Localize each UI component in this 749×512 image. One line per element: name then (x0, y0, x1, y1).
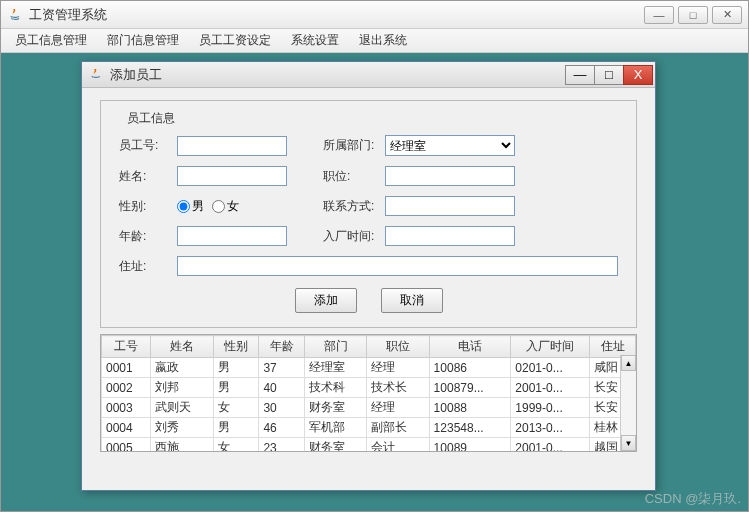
table-cell: 10088 (429, 398, 511, 418)
gender-male-option[interactable]: 男 (177, 198, 204, 215)
label-dept: 所属部门: (323, 137, 385, 154)
table-cell: 0005 (102, 438, 151, 453)
table-cell: 123548... (429, 418, 511, 438)
gender-male-radio[interactable] (177, 200, 190, 213)
table-cell: 西施 (151, 438, 213, 453)
table-row[interactable]: 0005西施女23财务室会计100892001-0...越国 (102, 438, 636, 453)
table-cell: 23 (259, 438, 305, 453)
emp-id-field[interactable] (177, 136, 287, 156)
scroll-up-icon[interactable]: ▲ (621, 355, 636, 371)
main-title: 工资管理系统 (29, 6, 644, 24)
table-cell: 技术科 (305, 378, 367, 398)
menu-exit[interactable]: 退出系统 (349, 29, 417, 52)
table-header[interactable]: 年龄 (259, 336, 305, 358)
table-cell: 40 (259, 378, 305, 398)
age-field[interactable] (177, 226, 287, 246)
table-cell: 经理 (367, 398, 429, 418)
minimize-button[interactable]: — (644, 6, 674, 24)
add-button[interactable]: 添加 (295, 288, 357, 313)
table-row[interactable]: 0002刘邦男40技术科技术长100879...2001-0...长安 (102, 378, 636, 398)
position-field[interactable] (385, 166, 515, 186)
java-icon (7, 7, 23, 23)
scroll-down-icon[interactable]: ▼ (621, 435, 636, 451)
table-cell: 10086 (429, 358, 511, 378)
vertical-scrollbar[interactable]: ▲ ▼ (620, 355, 636, 451)
table-cell: 嬴政 (151, 358, 213, 378)
table-header[interactable]: 姓名 (151, 336, 213, 358)
table-row[interactable]: 0004刘秀男46军机部副部长123548...2013-0...桂林 (102, 418, 636, 438)
table-cell: 2001-0... (511, 378, 590, 398)
table-cell: 刘邦 (151, 378, 213, 398)
table-cell: 男 (213, 418, 259, 438)
form-grid: 员工号: 所属部门: 经理室 姓名: 职位: 性别: (119, 135, 618, 246)
label-contact: 联系方式: (323, 198, 385, 215)
close-button[interactable]: ✕ (712, 6, 742, 24)
inner-title: 添加员工 (110, 66, 566, 84)
table-cell: 0002 (102, 378, 151, 398)
main-window: 工资管理系统 — □ ✕ 员工信息管理 部门信息管理 员工工资设定 系统设置 退… (0, 0, 749, 512)
address-field[interactable] (177, 256, 618, 276)
java-icon (88, 67, 104, 83)
table-row[interactable]: 0003武则天女30财务室经理100881999-0...长安 (102, 398, 636, 418)
table-cell: 刘秀 (151, 418, 213, 438)
table-cell: 0004 (102, 418, 151, 438)
table-cell: 经理室 (305, 358, 367, 378)
table-cell: 0003 (102, 398, 151, 418)
entry-date-field[interactable] (385, 226, 515, 246)
table-header[interactable]: 工号 (102, 336, 151, 358)
table-header[interactable]: 电话 (429, 336, 511, 358)
add-employee-window: 添加员工 — □ X 员工信息 员工号: 所属部门: 经理 (81, 61, 656, 491)
table-cell: 100879... (429, 378, 511, 398)
label-entry: 入厂时间: (323, 228, 385, 245)
table-header[interactable]: 性别 (213, 336, 259, 358)
menu-salary[interactable]: 员工工资设定 (189, 29, 281, 52)
mdi-desktop: 添加员工 — □ X 员工信息 员工号: 所属部门: 经理 (1, 53, 748, 511)
inner-window-controls: — □ X (566, 65, 653, 85)
menu-system[interactable]: 系统设置 (281, 29, 349, 52)
gender-radio-group: 男 女 (177, 198, 287, 215)
table-header[interactable]: 入厂时间 (511, 336, 590, 358)
menu-dept-info[interactable]: 部门信息管理 (97, 29, 189, 52)
table-cell: 技术长 (367, 378, 429, 398)
employee-table: 工号姓名性别年龄部门职位电话入厂时间住址 0001嬴政男37经理室经理10086… (101, 335, 636, 452)
label-name: 姓名: (119, 168, 177, 185)
inner-titlebar: 添加员工 — □ X (82, 62, 655, 88)
gender-female-option[interactable]: 女 (212, 198, 239, 215)
employee-table-wrap: 工号姓名性别年龄部门职位电话入厂时间住址 0001嬴政男37经理室经理10086… (100, 334, 637, 452)
table-cell: 财务室 (305, 438, 367, 453)
table-header[interactable]: 职位 (367, 336, 429, 358)
table-cell: 副部长 (367, 418, 429, 438)
scroll-track[interactable] (621, 371, 636, 435)
table-cell: 经理 (367, 358, 429, 378)
table-cell: 30 (259, 398, 305, 418)
main-menubar: 员工信息管理 部门信息管理 员工工资设定 系统设置 退出系统 (1, 29, 748, 53)
table-cell: 2013-0... (511, 418, 590, 438)
table-cell: 2001-0... (511, 438, 590, 453)
inner-minimize-button[interactable]: — (565, 65, 595, 85)
table-header[interactable]: 部门 (305, 336, 367, 358)
label-position: 职位: (323, 168, 385, 185)
label-age: 年龄: (119, 228, 177, 245)
contact-field[interactable] (385, 196, 515, 216)
cancel-button[interactable]: 取消 (381, 288, 443, 313)
main-window-controls: — □ ✕ (644, 6, 742, 24)
table-cell: 10089 (429, 438, 511, 453)
button-row: 添加 取消 (119, 288, 618, 313)
maximize-button[interactable]: □ (678, 6, 708, 24)
inner-close-button[interactable]: X (623, 65, 653, 85)
name-field[interactable] (177, 166, 287, 186)
table-row[interactable]: 0001嬴政男37经理室经理100860201-0...咸阳 (102, 358, 636, 378)
address-row: 住址: (119, 256, 618, 276)
employee-info-fieldset: 员工信息 员工号: 所属部门: 经理室 姓名: 职位: (100, 100, 637, 328)
table-cell: 军机部 (305, 418, 367, 438)
menu-employee-info[interactable]: 员工信息管理 (5, 29, 97, 52)
table-cell: 女 (213, 398, 259, 418)
label-emp-id: 员工号: (119, 137, 177, 154)
table-cell: 0001 (102, 358, 151, 378)
inner-maximize-button[interactable]: □ (594, 65, 624, 85)
watermark: CSDN @柒月玖. (645, 490, 741, 508)
gender-female-radio[interactable] (212, 200, 225, 213)
dept-select[interactable]: 经理室 (385, 135, 515, 156)
label-gender: 性别: (119, 198, 177, 215)
inner-body: 员工信息 员工号: 所属部门: 经理室 姓名: 职位: (82, 88, 655, 460)
